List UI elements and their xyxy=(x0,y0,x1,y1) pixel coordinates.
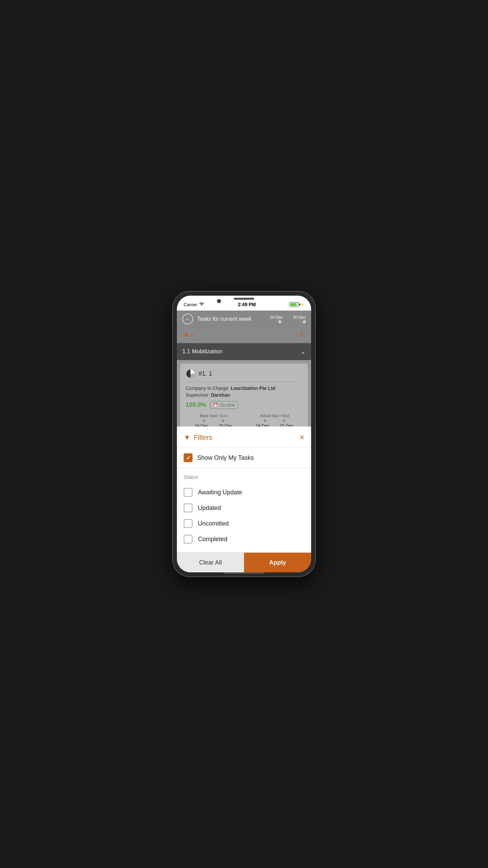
background-content: ▼✓ ↻ 1.1 Mobilization ⌄ #1. 1 xyxy=(177,328,311,427)
status-right: ⚡ xyxy=(289,302,304,307)
task-pie-icon xyxy=(186,369,195,378)
task-status-row: 100.0% ⏰ On time xyxy=(186,401,302,409)
awaiting-update-checkbox[interactable] xyxy=(184,488,192,497)
base-dates-label: Base Start / End xyxy=(186,414,241,418)
mobilization-header[interactable]: 1.1 Mobilization ⌄ xyxy=(177,343,311,360)
task-supervisor: Supervisor: Darshan xyxy=(186,392,302,398)
carrier-label: Carrier xyxy=(184,302,204,307)
updated-checkbox[interactable] xyxy=(184,504,192,512)
filter-close-button[interactable]: × xyxy=(300,433,304,442)
clear-all-button[interactable]: Clear All xyxy=(177,553,244,572)
base-dates-col: Base Start / End 24 Dec 25 Dec xyxy=(186,414,241,427)
actual-end-diamond xyxy=(283,419,285,422)
clock-icon: ⏰ xyxy=(213,403,218,408)
date-dot-end xyxy=(302,320,306,323)
battery-icon xyxy=(289,302,299,307)
status-item-completed[interactable]: Completed xyxy=(184,531,304,547)
filter-title-row: ▼ Filters xyxy=(184,434,212,441)
nav-title: Tasks for current week xyxy=(197,316,270,322)
on-time-badge: ⏰ On time xyxy=(210,401,238,409)
show-my-tasks-checkbox[interactable]: ✓ xyxy=(184,453,192,462)
completed-label: Completed xyxy=(198,536,227,543)
filter-active-icon[interactable]: ▼✓ xyxy=(182,331,196,340)
back-arrow-icon: ← xyxy=(185,316,190,322)
chevron-down-icon: ⌄ xyxy=(301,348,306,355)
filter-toolbar: ▼✓ ↻ xyxy=(177,328,311,343)
completed-checkbox[interactable] xyxy=(184,535,192,544)
task-card-header: #1. 1 xyxy=(186,369,302,382)
actual-dates-col: Actual Start / End 24 Dec 25 Dec xyxy=(247,414,302,427)
wifi-icon xyxy=(199,302,204,307)
base-end-diamond xyxy=(222,419,224,422)
awaiting-update-label: Awaiting Update xyxy=(198,489,242,496)
task-percent: 100.0% xyxy=(186,401,206,409)
task-company: Company In Charge: LeanStation Pte Ltd xyxy=(186,386,302,391)
task-number: #1. 1 xyxy=(199,370,212,377)
on-time-label: On time xyxy=(220,402,235,408)
base-end-date: 25 Dec xyxy=(219,423,232,427)
status-item-uncomitted[interactable]: Uncomitted xyxy=(184,516,304,531)
bolt-icon: ⚡ xyxy=(300,303,304,307)
dates-section: Base Start / End 24 Dec 25 Dec Actual St… xyxy=(186,414,302,427)
task-info: Company In Charge: LeanStation Pte Ltd S… xyxy=(186,386,302,398)
filter-panel-header: ▼ Filters × xyxy=(177,427,311,447)
checkmark-icon: ✓ xyxy=(186,455,190,461)
status-item-updated[interactable]: Updated xyxy=(184,500,304,516)
carrier-text: Carrier xyxy=(184,302,197,307)
uncomitted-checkbox[interactable] xyxy=(184,519,192,528)
date-end: 30 Dec xyxy=(293,315,306,320)
actual-dates-label: Actual Start / End xyxy=(247,414,302,418)
actual-start-diamond xyxy=(264,419,266,422)
apply-button[interactable]: Apply xyxy=(244,553,311,572)
mobilization-title: 1.1 Mobilization xyxy=(182,348,222,355)
nav-dates: 24 Dec 30 Dec xyxy=(270,315,306,323)
base-start-date: 24 Dec xyxy=(195,423,208,427)
status-item-awaiting-update[interactable]: Awaiting Update xyxy=(184,485,304,500)
actual-end-date: 25 Dec xyxy=(280,423,293,427)
date-start: 24 Dec xyxy=(270,315,283,320)
show-my-tasks-label: Show Only My Tasks xyxy=(197,454,254,461)
filter-actions: Clear All Apply xyxy=(177,552,311,572)
filter-title-text: Filters xyxy=(194,434,212,441)
task-card: #1. 1 Company In Charge: LeanStation Pte… xyxy=(180,363,308,427)
back-button[interactable]: ← xyxy=(182,314,193,324)
filter-panel: ▼ Filters × ✓ Show Only My Tasks Status … xyxy=(177,427,311,572)
updated-label: Updated xyxy=(198,505,221,512)
refresh-icon[interactable]: ↻ xyxy=(300,331,306,340)
nav-header: ← Tasks for current week 24 Dec 30 Dec xyxy=(177,311,311,328)
filter-funnel-icon: ▼ xyxy=(184,434,190,441)
status-section: Status Awaiting Update Updated Uncomitte… xyxy=(177,469,311,552)
uncomitted-label: Uncomitted xyxy=(198,520,229,527)
actual-start-date: 24 Dec xyxy=(256,423,269,427)
show-my-tasks-row[interactable]: ✓ Show Only My Tasks xyxy=(177,447,311,469)
status-time: 2:49 PM xyxy=(238,302,256,307)
date-dot-start xyxy=(278,320,282,323)
base-start-diamond xyxy=(203,419,205,422)
status-group-label: Status xyxy=(184,474,304,480)
